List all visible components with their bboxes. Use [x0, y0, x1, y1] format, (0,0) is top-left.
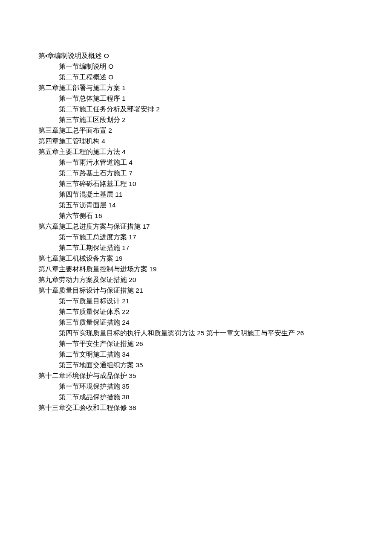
toc-entry-page: 38: [129, 404, 136, 411]
toc-entry: 第八章主要材料质量控制与进场方案 19: [38, 264, 354, 274]
toc-entry-page: 17: [142, 223, 150, 230]
toc-entry-title: 第一节编制说明: [59, 63, 107, 70]
toc-entry-page: 35: [122, 383, 129, 390]
toc-entry: 第九章劳动力方案及保证措施 20: [38, 274, 354, 285]
toc-entry: 第一节施工总进度方案 17: [38, 232, 354, 242]
toc-entry: 第•章编制说明及概述 O: [38, 50, 354, 61]
toc-entry-title: 第六章施工总进度方案与保证措施: [38, 223, 141, 230]
toc-entry-title: 第五章主要工程的施工方法: [38, 148, 120, 155]
toc-entry-page: 2: [108, 127, 112, 134]
toc-entry-title: 第十三章交工验收和工程保修: [38, 404, 127, 411]
toc-entry: 第三节地面交通组织方案 35: [38, 360, 354, 370]
toc-entry-page: 19: [149, 265, 156, 273]
toc-entry-title: 第三节碎砾石路基工程: [59, 180, 127, 187]
toc-entry-page: O: [108, 63, 113, 70]
toc-entry: 第二节工程概述 O: [38, 72, 354, 82]
toc-entry-page: 16: [95, 212, 102, 219]
toc-entry: 第一节总体施工程序 1: [38, 93, 354, 104]
toc-entry: 第六章施工总进度方案与保证措施 17: [38, 221, 354, 232]
document-page: 第•章编制说明及概述 O第一节编制说明 O第二节工程概述 O第二章施工部署与施工…: [0, 0, 392, 413]
toc-entry-page: 22: [122, 308, 129, 315]
toc-entry-title: 第二节文明施工措施: [59, 351, 120, 358]
toc-entry: 第一节雨污水管道施工 4: [38, 157, 354, 168]
toc-entry-page: 21: [135, 287, 143, 294]
toc-entry-title: 第一节总体施工程序: [59, 95, 120, 102]
toc-entry-title: 第二节质量保证体系: [59, 308, 120, 315]
toc-entry-page: 1: [122, 84, 126, 91]
toc-entry-title: 第四节混凝土基层: [59, 191, 113, 198]
toc-entry-page: 35: [129, 372, 136, 379]
toc-entry: 第十二章环境保护与成品保护 35: [38, 370, 354, 381]
toc-entry-page: 35: [135, 361, 143, 369]
toc-entry-title: 第十二章环境保护与成品保护: [38, 372, 127, 379]
toc-entry-title: 第三章施工总平面布置: [38, 127, 107, 134]
toc-entry: 第二节成品保护措施 38: [38, 392, 354, 402]
toc-entry-title: 第三节质量保证措施: [59, 319, 120, 326]
toc-entry-page: 1: [122, 95, 126, 102]
toc-entry: 第三章施工总平面布置 2: [38, 125, 354, 136]
toc-entry: 第二节施工任务分析及部署安排 2: [38, 104, 354, 114]
toc-entry-page: 17: [122, 244, 129, 251]
toc-entry: 第四节实现质量目标的执行人和质量奖罚方法 25 第十一章文明施工与平安生产 26: [38, 328, 354, 338]
table-of-contents: 第•章编制说明及概述 O第一节编制说明 O第二节工程概述 O第二章施工部署与施工…: [38, 50, 354, 413]
toc-entry: 第二节文明施工措施 34: [38, 349, 354, 360]
toc-entry-page: 19: [115, 255, 122, 262]
toc-entry-title: 第四章施工管理机构: [38, 137, 100, 145]
toc-entry: 第一节编制说明 O: [38, 61, 354, 72]
toc-entry-page: 20: [129, 276, 136, 283]
toc-entry-page: 2: [122, 116, 126, 123]
toc-entry-title: 第二节成品保护措施: [59, 393, 120, 401]
toc-entry-title: 第二章施工部署与施工方案: [38, 84, 120, 91]
toc-entry: 第一节环境保护措施 35: [38, 381, 354, 392]
toc-entry: 第十三章交工验收和工程保修 38: [38, 402, 354, 413]
toc-entry-title: 第•章编制说明及概述: [38, 52, 102, 59]
toc-entry: 第六节侧石 16: [38, 210, 354, 221]
toc-entry-page: 21: [122, 297, 129, 305]
toc-entry-page-inline: 26: [297, 329, 304, 337]
toc-entry-page: 7: [129, 169, 133, 177]
toc-entry: 第四节混凝土基层 11: [38, 189, 354, 200]
toc-entry-page: 4: [129, 159, 133, 166]
toc-entry-title: 第一节施工总进度方案: [59, 233, 127, 241]
toc-entry-title: 第一节雨污水管道施工: [59, 159, 127, 166]
toc-entry-page: 24: [122, 319, 129, 326]
toc-entry-page: O: [108, 73, 113, 81]
toc-entry: 第二节工期保证措施 17: [38, 242, 354, 253]
toc-entry: 第三节施工区段划分 2: [38, 114, 354, 125]
toc-entry-title-inline: 第十一章文明施工与平安生产: [206, 329, 295, 337]
toc-entry-title: 第二节工程概述: [59, 73, 107, 81]
toc-entry-page: 25: [197, 329, 204, 337]
toc-entry-page: 2: [156, 105, 160, 113]
toc-entry-title: 第一节质量目标设计: [59, 297, 120, 305]
toc-entry-page: 26: [135, 340, 143, 347]
toc-entry-page: 11: [115, 191, 122, 198]
toc-entry: 第一节平安生产保证措施 26: [38, 338, 354, 349]
toc-entry-title: 第四节实现质量目标的执行人和质量奖罚方法: [59, 329, 195, 337]
toc-entry: 第二节质量保证体系 22: [38, 306, 354, 317]
toc-entry: 第五节沥青面层 14: [38, 200, 354, 210]
toc-entry-title: 第六节侧石: [59, 212, 93, 219]
toc-entry: 第四章施工管理机构 4: [38, 136, 354, 146]
toc-entry-page: 4: [122, 148, 126, 155]
toc-entry-title: 第九章劳动力方案及保证措施: [38, 276, 127, 283]
toc-entry-title: 第二节工期保证措施: [59, 244, 120, 251]
toc-entry-page: 17: [129, 233, 136, 241]
toc-entry: 第三节质量保证措施 24: [38, 317, 354, 328]
toc-entry-page: 4: [101, 137, 105, 145]
toc-entry-page: 38: [122, 393, 129, 401]
toc-entry: 第十章质量目标设计与保证措施 21: [38, 285, 354, 296]
toc-entry-page: 34: [122, 351, 129, 358]
toc-entry-title: 第三节地面交通组织方案: [59, 361, 134, 369]
toc-entry-title: 第二节路基土石方施工: [59, 169, 127, 177]
toc-entry-title: 第一节环境保护措施: [59, 383, 120, 390]
toc-entry-page: 14: [108, 201, 115, 209]
toc-entry-title: 第十章质量目标设计与保证措施: [38, 287, 134, 294]
toc-entry-title: 第一节平安生产保证措施: [59, 340, 134, 347]
toc-entry-title: 第八章主要材料质量控制与进场方案: [38, 265, 147, 273]
toc-entry: 第一节质量目标设计 21: [38, 296, 354, 306]
toc-entry: 第三节碎砾石路基工程 10: [38, 178, 354, 189]
toc-entry: 第二章施工部署与施工方案 1: [38, 82, 354, 93]
toc-entry-page: O: [104, 52, 109, 59]
toc-entry-title: 第七章施工机械设备方案: [38, 255, 113, 262]
toc-entry-title: 第二节施工任务分析及部署安排: [59, 105, 154, 113]
